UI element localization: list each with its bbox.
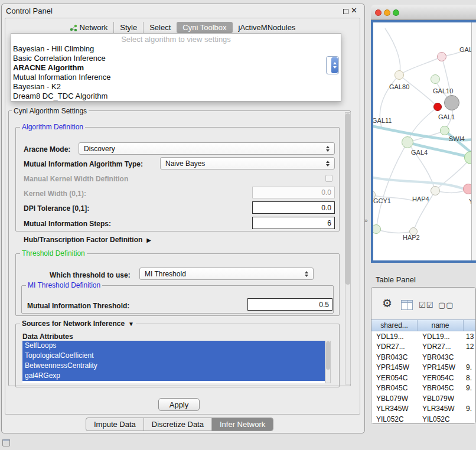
- table-body: YDL19...YDL19...13 YDR27...YDR27...12 YB…: [371, 331, 476, 423]
- tab-infer-network[interactable]: Infer Network: [211, 418, 273, 431]
- table-panel-title: Table Panel: [376, 275, 416, 284]
- tab-impute-data[interactable]: Impute Data: [86, 418, 144, 431]
- menu-item[interactable]: Dream8 DC_TDC Algorithm: [11, 92, 341, 101]
- network-node[interactable]: [395, 70, 404, 80]
- sources-header[interactable]: Sources for Network Inference ▼: [20, 319, 136, 328]
- list-item[interactable]: BetweennessCentrality: [22, 361, 325, 371]
- menu-item-selected[interactable]: ARACNE Algorithm: [11, 63, 341, 73]
- table-settings-gear-icon[interactable]: ⚙: [382, 298, 392, 309]
- cell: YBR045C: [371, 384, 418, 392]
- mi-type-select[interactable]: Naive Bayes: [160, 157, 335, 169]
- network-node-label: GAL10: [433, 87, 453, 94]
- sources-title: Sources for Network Inference: [22, 319, 125, 328]
- splitter-handle[interactable]: »: [364, 217, 368, 224]
- network-node[interactable]: [437, 52, 446, 61]
- mi-threshold-input[interactable]: [247, 298, 332, 311]
- which-threshold-value: MI Threshold: [140, 270, 302, 278]
- list-item[interactable]: TopologicalCoefficient: [22, 351, 325, 361]
- close-icon[interactable]: ✕: [351, 6, 357, 15]
- menu-item[interactable]: Basic Correlation Inference: [11, 54, 341, 63]
- cell: 9.: [464, 405, 476, 413]
- show-columns-icon[interactable]: [401, 300, 413, 310]
- tab-style-label: Style: [120, 23, 137, 32]
- apply-button[interactable]: Apply: [158, 398, 200, 411]
- network-node[interactable]: [433, 103, 442, 111]
- table-row[interactable]: YBL079WYBL079W: [371, 393, 476, 404]
- tab-jactivemnodules[interactable]: jActiveMNodules: [233, 22, 302, 33]
- network-node-label: HAP2: [403, 234, 420, 241]
- mi-threshold-group-title: MI Threshold Definition: [26, 281, 102, 289]
- which-threshold-select[interactable]: MI Threshold: [139, 268, 314, 280]
- float-panel-icon[interactable]: [343, 9, 348, 14]
- dpi-tolerance-label: DPI Tolerance [0,1]:: [24, 204, 89, 213]
- dpi-tolerance-input[interactable]: [252, 201, 335, 214]
- mac-minimize-button[interactable]: [384, 9, 390, 16]
- cell: YLR345W: [371, 405, 418, 413]
- menu-item[interactable]: Bayesian - Hill Climbing: [11, 44, 341, 54]
- panel-corner-icon[interactable]: [2, 439, 10, 446]
- cell: YPR145W: [371, 363, 418, 371]
- mi-steps-input[interactable]: [252, 217, 335, 229]
- mi-threshold-label: Mutual Information Threshold:: [27, 302, 129, 310]
- menu-item[interactable]: Bayesian - K2: [11, 82, 341, 92]
- table-row[interactable]: YER054CYER054C8.: [371, 373, 476, 383]
- sources-expand-icon[interactable]: ▼: [128, 321, 134, 327]
- table-row[interactable]: YPR145WYPR145W9.: [371, 363, 476, 373]
- list-item[interactable]: gal4RGexp: [22, 371, 325, 381]
- network-window-titlebar[interactable]: [371, 5, 476, 20]
- tab-cyni-toolbox[interactable]: Cyni Toolbox: [177, 22, 232, 33]
- cell: YPR145W: [418, 363, 464, 371]
- tab-style[interactable]: Style: [113, 22, 143, 33]
- combo-arrows-icon: [323, 161, 332, 167]
- aracne-mode-select[interactable]: Discovery: [79, 142, 335, 155]
- menu-item[interactable]: Mutual Information Inference: [11, 73, 341, 82]
- table-row[interactable]: YDL19...YDL19...13: [371, 331, 476, 342]
- table-row[interactable]: YBR045CYBR045C9.: [371, 383, 476, 394]
- deselect-all-icon[interactable]: ▢▢: [438, 301, 454, 309]
- mac-close-button[interactable]: [375, 9, 382, 16]
- network-node[interactable]: [444, 95, 459, 110]
- column-header[interactable]: shared...: [371, 320, 418, 331]
- mi-type-value: Naive Bayes: [161, 159, 323, 168]
- screen: Control Panel ✕ Network Style Select Cyn…: [0, 0, 476, 450]
- table-row[interactable]: YLR345WYLR345W9.: [371, 404, 476, 415]
- network-node[interactable]: [431, 74, 440, 84]
- network-node[interactable]: [463, 184, 471, 194]
- tab-network[interactable]: Network: [64, 22, 114, 33]
- cell: YBL079W: [418, 394, 464, 403]
- network-node[interactable]: [402, 136, 413, 148]
- algorithm-combo-button[interactable]: [326, 56, 339, 74]
- table-row[interactable]: YDR27...YDR27...12: [371, 342, 476, 353]
- column-header[interactable]: [464, 320, 476, 331]
- network-node-label: GAL1: [438, 113, 455, 120]
- network-canvas[interactable]: GAL80 GAL10 GAL11 GAL1 SWI4 GAL4 GCY1 HA…: [373, 22, 471, 260]
- network-node-label: GCY1: [373, 197, 391, 204]
- mac-zoom-button[interactable]: [393, 9, 399, 16]
- table-row[interactable]: YIL052CYIL052C: [371, 414, 476, 423]
- settings-scrollbar-thumb[interactable]: [345, 113, 350, 285]
- list-scrollbar-thumb[interactable]: [326, 341, 330, 370]
- network-node-label: HAP4: [412, 195, 429, 203]
- tab-impute-data-label: Impute Data: [94, 420, 136, 429]
- kernel-width-input[interactable]: [252, 187, 335, 198]
- data-attributes-list[interactable]: SelfLoops TopologicalCoefficient Between…: [22, 341, 325, 383]
- list-item[interactable]: SelfLoops: [22, 341, 325, 351]
- network-scrollbar[interactable]: [471, 22, 476, 260]
- tab-infer-network-label: Infer Network: [220, 420, 265, 429]
- network-tab-icon: [70, 24, 77, 31]
- hub-section-header[interactable]: Hub/Transcription Factor Definition ▶: [24, 236, 151, 244]
- manual-kernel-checkbox[interactable]: [325, 175, 332, 182]
- algorithm-dropdown-popup: Select algorithm to view settings Bayesi…: [11, 33, 341, 102]
- column-header[interactable]: name: [418, 320, 464, 331]
- table-row[interactable]: YBR043CYBR043C: [371, 352, 476, 363]
- network-node[interactable]: [440, 126, 449, 135]
- network-node-label: GAL80: [389, 83, 409, 90]
- network-node[interactable]: [431, 186, 440, 195]
- aracne-mode-value: Discovery: [79, 145, 323, 153]
- select-all-icon[interactable]: ☑☑: [419, 301, 433, 309]
- hub-expand-icon[interactable]: ▶: [146, 237, 151, 243]
- tab-discretize-data[interactable]: Discretize Data: [144, 418, 211, 431]
- cell: YDL19...: [371, 332, 418, 341]
- tab-select[interactable]: Select: [143, 22, 177, 33]
- checked-box-icon: ☑: [426, 301, 434, 309]
